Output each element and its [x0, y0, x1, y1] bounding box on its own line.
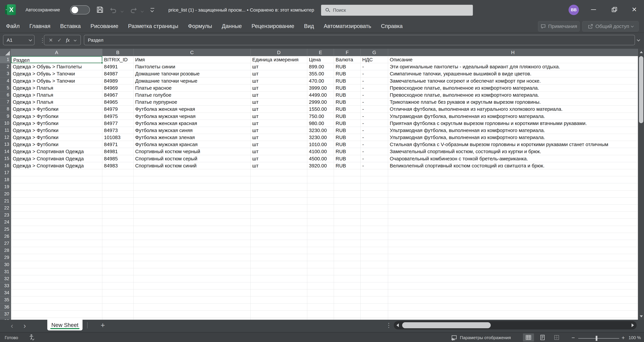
menu-tab-файл[interactable]: Файл [6, 23, 20, 29]
cell-G12[interactable]: - [360, 134, 388, 141]
cell-G3[interactable]: - [360, 70, 388, 77]
cell-C37[interactable] [134, 311, 250, 318]
cell-F34[interactable] [334, 289, 360, 297]
cell-H12[interactable]: Ультрамодная футболка, выполненная из ко… [388, 134, 638, 141]
cell-F38[interactable] [334, 318, 360, 320]
row-number-11[interactable]: 11 [0, 127, 11, 134]
formula-bar-expand-chevron[interactable] [637, 38, 640, 41]
cell-B8[interactable]: 84979 [102, 106, 134, 113]
cell-B15[interactable]: 84985 [102, 155, 134, 162]
cell-B30[interactable] [102, 261, 134, 268]
row-number-10[interactable]: 10 [0, 120, 11, 127]
cell-F29[interactable] [334, 254, 360, 261]
cell-H2[interactable]: Эти оригинальные пантолеты - идеальный в… [388, 63, 638, 70]
cell-A13[interactable]: Одежда > Футболки [11, 141, 102, 148]
cell-E8[interactable]: 1550.00 [307, 106, 334, 113]
zoom-slider-track[interactable] [578, 338, 619, 339]
cell-D27[interactable] [250, 240, 307, 247]
row-number-8[interactable]: 8 [0, 106, 11, 113]
column-header-F[interactable]: F [334, 49, 360, 56]
undo-icon[interactable] [109, 6, 118, 15]
menu-tab-справка[interactable]: Справка [381, 23, 403, 29]
cell-D33[interactable] [250, 282, 307, 289]
cell-H25[interactable] [388, 226, 638, 233]
cell-E28[interactable] [307, 247, 334, 254]
cell-C34[interactable] [134, 289, 250, 297]
cell-E6[interactable]: 4499.00 [307, 91, 334, 98]
cell-F31[interactable] [334, 268, 360, 275]
menu-tab-вставка[interactable]: Вставка [60, 23, 81, 29]
cell-E22[interactable] [307, 205, 334, 212]
cell-E3[interactable]: 355.00 [307, 70, 334, 77]
cell-D6[interactable]: шт [250, 91, 307, 98]
cell-G32[interactable] [360, 275, 388, 282]
cell-A23[interactable] [11, 212, 102, 219]
cell-A1[interactable]: Раздел [11, 56, 102, 63]
cell-B28[interactable] [102, 247, 134, 254]
scroll-right-arrow[interactable] [632, 324, 634, 327]
cell-A18[interactable] [11, 176, 102, 183]
cell-D7[interactable]: шт [250, 98, 307, 106]
sheet-tab-new-sheet[interactable]: New Sheet [47, 320, 82, 331]
scrollbar-resize-handle[interactable]: ⋮ [386, 322, 392, 329]
row-number-3[interactable]: 3 [0, 70, 11, 77]
cell-H19[interactable] [388, 183, 638, 190]
cell-E24[interactable] [307, 219, 334, 226]
menu-tab-разметка страницы[interactable]: Разметка страницы [128, 23, 178, 29]
row-number-18[interactable]: 18 [0, 176, 11, 183]
cell-D29[interactable] [250, 254, 307, 261]
cell-H6[interactable]: Превосходное платье, выполненное из комф… [388, 91, 638, 98]
cell-C6[interactable]: Платье голубое [134, 91, 250, 98]
cell-F32[interactable] [334, 275, 360, 282]
cell-H14[interactable]: Замечательный спортивный костюм, состоящ… [388, 148, 638, 155]
cell-B29[interactable] [102, 254, 134, 261]
cell-A15[interactable]: Одежда > Спортивная Одежда [11, 155, 102, 162]
cell-E34[interactable] [307, 289, 334, 297]
cell-D36[interactable] [250, 304, 307, 311]
cell-E19[interactable] [307, 183, 334, 190]
cell-B38[interactable] [102, 318, 134, 320]
cell-C2[interactable]: Пантолеты синии [134, 63, 250, 70]
cell-C26[interactable] [134, 233, 250, 240]
cell-B17[interactable] [102, 169, 134, 176]
cell-E33[interactable] [307, 282, 334, 289]
cell-G15[interactable]: - [360, 155, 388, 162]
cell-H20[interactable] [388, 191, 638, 198]
column-header-C[interactable]: C [134, 49, 250, 56]
cell-C38[interactable] [134, 318, 250, 320]
cell-G18[interactable] [360, 176, 388, 183]
scroll-down-arrow[interactable] [640, 315, 643, 317]
row-number-26[interactable]: 26 [0, 233, 11, 240]
cell-E2[interactable]: 899.00 [307, 63, 334, 70]
cell-F14[interactable]: RUB [334, 148, 360, 155]
cell-E29[interactable] [307, 254, 334, 261]
cell-F25[interactable] [334, 226, 360, 233]
cell-C9[interactable]: Футболка мужская черная [134, 113, 250, 120]
cell-F3[interactable]: RUB [334, 70, 360, 77]
cell-F12[interactable]: RUB [334, 134, 360, 141]
cell-G17[interactable] [360, 169, 388, 176]
cell-D3[interactable]: шт [250, 70, 307, 77]
name-box-chevron[interactable] [29, 38, 32, 41]
cell-B27[interactable] [102, 240, 134, 247]
cell-A11[interactable]: Одежда > Футболки [11, 127, 102, 134]
cell-G20[interactable] [360, 191, 388, 198]
cell-A20[interactable] [11, 191, 102, 198]
cell-C18[interactable] [134, 176, 250, 183]
cell-E16[interactable]: 3920.00 [307, 162, 334, 169]
cell-G9[interactable]: - [360, 113, 388, 120]
cell-H11[interactable]: Ультрамодная футболка, выполненная из ко… [388, 127, 638, 134]
cell-A16[interactable]: Одежда > Спортивная Одежда [11, 162, 102, 169]
cell-B7[interactable]: 84965 [102, 98, 134, 106]
cell-C23[interactable] [134, 212, 250, 219]
excel-app-icon[interactable]: X [5, 4, 16, 15]
cell-A12[interactable]: Одежда > Футболки [11, 134, 102, 141]
cell-C28[interactable] [134, 247, 250, 254]
cell-C25[interactable] [134, 226, 250, 233]
cell-B19[interactable] [102, 183, 134, 190]
cell-H35[interactable] [388, 297, 638, 304]
page-break-view-button[interactable] [551, 334, 562, 342]
cell-G1[interactable]: НДС [360, 56, 388, 63]
cell-A29[interactable] [11, 254, 102, 261]
cell-C22[interactable] [134, 205, 250, 212]
